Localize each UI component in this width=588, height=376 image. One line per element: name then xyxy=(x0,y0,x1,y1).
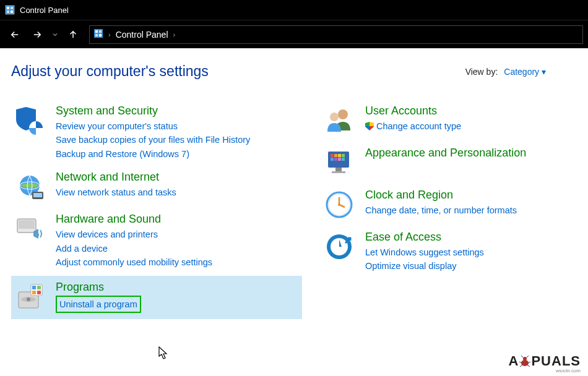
svg-rect-30 xyxy=(332,171,345,173)
category-programs: Programs Uninstall a program xyxy=(11,276,302,319)
programs-icon xyxy=(14,281,46,313)
svg-point-43 xyxy=(338,203,340,206)
svg-point-47 xyxy=(523,357,527,361)
back-button[interactable] xyxy=(5,25,25,45)
svg-rect-6 xyxy=(95,30,98,33)
svg-rect-34 xyxy=(342,154,345,157)
svg-rect-7 xyxy=(99,30,102,33)
svg-point-26 xyxy=(338,109,348,119)
svg-rect-29 xyxy=(335,168,342,171)
system-security-icon xyxy=(14,105,46,137)
link-mobility-settings[interactable]: Adjust commonly used mobility settings xyxy=(56,255,300,269)
category-title[interactable]: Programs xyxy=(56,281,300,294)
categories-left-column: System and Security Review your computer… xyxy=(11,101,302,319)
appearance-icon xyxy=(323,147,355,179)
window-title: Control Panel xyxy=(20,6,69,15)
svg-rect-1 xyxy=(7,7,9,9)
category-title[interactable]: Hardware and Sound xyxy=(56,213,300,226)
ant-icon xyxy=(519,353,531,369)
category-title[interactable]: Appearance and Personalization xyxy=(365,147,574,160)
svg-line-52 xyxy=(520,365,522,367)
category-appearance-personalization: Appearance and Personalization xyxy=(321,143,577,185)
svg-rect-38 xyxy=(342,158,345,161)
chevron-right-icon: › xyxy=(173,31,176,38)
category-network-internet: Network and Internet View network status… xyxy=(11,167,302,209)
recent-dropdown[interactable] xyxy=(50,25,61,45)
address-bar[interactable]: › Control Panel › xyxy=(89,25,583,44)
svg-rect-3 xyxy=(7,11,9,13)
svg-line-53 xyxy=(527,365,530,367)
category-ease-of-access: Ease of Access Let Windows suggest setti… xyxy=(321,227,577,280)
svg-rect-16 xyxy=(19,220,35,229)
navigation-bar: › Control Panel › xyxy=(0,20,588,48)
svg-rect-32 xyxy=(334,154,337,157)
svg-line-48 xyxy=(521,356,523,357)
categories-grid: System and Security Review your computer… xyxy=(11,101,577,319)
titlebar: Control Panel xyxy=(0,0,588,20)
ease-of-access-icon xyxy=(323,231,355,263)
category-title[interactable]: Ease of Access xyxy=(365,231,574,244)
svg-rect-31 xyxy=(331,154,334,157)
svg-rect-9 xyxy=(99,34,102,36)
svg-rect-37 xyxy=(338,158,341,161)
svg-rect-24 xyxy=(32,291,36,294)
header-row: Adjust your computer's settings View by:… xyxy=(11,63,577,80)
chevron-right-icon: › xyxy=(108,31,111,38)
content-area: Adjust your computer's settings View by:… xyxy=(0,48,588,330)
cursor-icon xyxy=(158,346,170,360)
category-title[interactable]: Network and Internet xyxy=(56,171,300,184)
svg-rect-2 xyxy=(11,7,13,9)
link-review-status[interactable]: Review your computer's status xyxy=(56,119,300,133)
svg-rect-4 xyxy=(11,11,13,13)
category-system-security: System and Security Review your computer… xyxy=(11,101,302,167)
svg-rect-33 xyxy=(338,154,341,157)
svg-rect-36 xyxy=(334,158,337,161)
category-title[interactable]: User Accounts xyxy=(365,105,574,118)
category-title[interactable]: Clock and Region xyxy=(365,189,574,202)
link-optimize-display[interactable]: Optimize visual display xyxy=(365,259,574,273)
link-date-time-formats[interactable]: Change date, time, or number formats xyxy=(365,203,574,217)
svg-rect-14 xyxy=(33,193,42,197)
link-file-history[interactable]: Save backup copies of your files with Fi… xyxy=(56,133,300,147)
link-network-status[interactable]: View network status and tasks xyxy=(56,186,300,199)
category-hardware-sound: Hardware and Sound View devices and prin… xyxy=(11,209,302,275)
category-user-accounts: User Accounts Change account type xyxy=(321,101,577,143)
link-add-device[interactable]: Add a device xyxy=(56,242,300,255)
view-by-dropdown[interactable]: Category ▾ xyxy=(504,67,546,77)
page-title: Adjust your computer's settings xyxy=(11,63,209,80)
hardware-sound-icon xyxy=(14,213,46,245)
clock-region-icon xyxy=(323,189,355,221)
chevron-down-icon: ▾ xyxy=(542,67,546,77)
category-title[interactable]: System and Security xyxy=(56,105,300,118)
user-accounts-icon xyxy=(323,105,355,137)
forward-button[interactable] xyxy=(27,25,47,45)
view-by-label: View by: xyxy=(465,67,498,77)
address-icon xyxy=(93,28,103,40)
svg-rect-8 xyxy=(95,34,98,36)
link-devices-printers[interactable]: View devices and printers xyxy=(56,228,300,241)
svg-point-20 xyxy=(27,297,30,301)
network-internet-icon xyxy=(14,171,46,203)
svg-line-49 xyxy=(527,356,529,357)
svg-point-27 xyxy=(330,113,339,121)
categories-right-column: User Accounts Change account type xyxy=(321,101,577,319)
up-button[interactable] xyxy=(63,25,83,45)
watermark: APUALS wsxdn.com xyxy=(509,353,581,374)
category-clock-region: Clock and Region Change date, time, or n… xyxy=(321,185,577,227)
link-backup-restore[interactable]: Backup and Restore (Windows 7) xyxy=(56,147,300,161)
svg-rect-25 xyxy=(37,291,41,294)
svg-rect-23 xyxy=(37,286,41,289)
svg-rect-35 xyxy=(331,158,334,161)
control-panel-icon xyxy=(5,5,15,15)
address-location: Control Panel xyxy=(116,30,168,40)
link-change-account-type[interactable]: Change account type xyxy=(365,119,574,133)
link-uninstall-program[interactable]: Uninstall a program xyxy=(59,299,137,309)
link-suggest-settings[interactable]: Let Windows suggest settings xyxy=(365,246,574,259)
svg-rect-22 xyxy=(32,286,36,289)
view-by-control: View by: Category ▾ xyxy=(465,67,546,77)
